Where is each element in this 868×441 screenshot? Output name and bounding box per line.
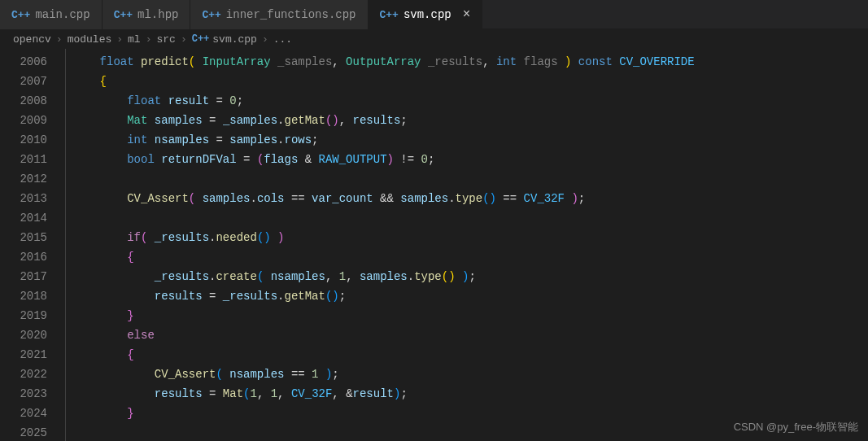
- breadcrumb-file[interactable]: svm.cpp: [212, 33, 257, 46]
- line-number: 2022: [0, 365, 47, 384]
- code-line[interactable]: float result = 0;: [72, 91, 868, 111]
- code-content[interactable]: float predict( InputArray _samples, Outp…: [65, 49, 868, 441]
- tab-main-cpp[interactable]: C++ main.cpp: [0, 0, 103, 29]
- cpp-file-icon: C++: [192, 33, 210, 45]
- code-editor[interactable]: 2006200720082009201020112012201320142015…: [0, 49, 868, 441]
- code-line[interactable]: results = _results.getMat();: [72, 286, 868, 306]
- chevron-right-icon: ›: [56, 33, 63, 46]
- line-number: 2013: [0, 189, 47, 208]
- chevron-right-icon: ›: [262, 33, 268, 46]
- line-number: 2015: [0, 228, 47, 247]
- code-line[interactable]: results = Mat(1, 1, CV_32F, &result);: [72, 384, 868, 404]
- code-line[interactable]: int nsamples = samples.rows;: [72, 130, 868, 150]
- cpp-file-icon: C++: [202, 9, 220, 21]
- line-number-gutter: 2006200720082009201020112012201320142015…: [0, 49, 65, 441]
- code-line[interactable]: if( _results.needed() ): [72, 228, 868, 247]
- tab-ml-hpp[interactable]: C++ ml.hpp: [103, 0, 191, 29]
- line-number: 2012: [0, 169, 47, 189]
- editor-tabs: C++ main.cpp C++ ml.hpp C++ inner_functi…: [0, 0, 868, 29]
- line-number: 2014: [0, 208, 47, 228]
- watermark: CSDN @py_free-物联智能: [734, 420, 858, 434]
- tab-label: main.cpp: [35, 8, 89, 21]
- tab-label: svm.cpp: [403, 8, 451, 21]
- line-number: 2006: [0, 52, 47, 72]
- line-number: 2009: [0, 111, 47, 130]
- code-line[interactable]: [72, 169, 868, 189]
- breadcrumb-part[interactable]: ml: [128, 33, 141, 46]
- line-number: 2011: [0, 150, 47, 169]
- line-number: 2024: [0, 404, 47, 423]
- line-number: 2007: [0, 72, 47, 91]
- cpp-file-icon: C++: [380, 9, 399, 21]
- code-line[interactable]: {: [72, 345, 868, 365]
- breadcrumb[interactable]: opencv › modules › ml › src › C++ svm.cp…: [0, 29, 868, 49]
- line-number: 2018: [0, 286, 47, 306]
- code-line[interactable]: {: [72, 247, 868, 267]
- code-line[interactable]: [72, 208, 868, 228]
- line-number: 2023: [0, 384, 47, 404]
- line-number: 2019: [0, 306, 47, 325]
- code-line[interactable]: {: [72, 72, 868, 91]
- tab-inner-functions-cpp[interactable]: C++ inner_functions.cpp: [190, 0, 368, 29]
- line-number: 2021: [0, 345, 47, 365]
- code-line[interactable]: Mat samples = _samples.getMat(), results…: [72, 111, 868, 130]
- line-number: 2017: [0, 267, 47, 286]
- tab-svm-cpp[interactable]: C++ svm.cpp ×: [369, 0, 483, 29]
- line-number: 2025: [0, 423, 47, 441]
- close-icon[interactable]: ×: [463, 8, 471, 21]
- code-line[interactable]: float predict( InputArray _samples, Outp…: [72, 52, 868, 72]
- breadcrumb-part[interactable]: src: [156, 33, 175, 46]
- code-line[interactable]: else: [72, 325, 868, 345]
- chevron-right-icon: ›: [181, 33, 187, 46]
- tab-label: ml.hpp: [137, 8, 178, 21]
- code-line[interactable]: }: [72, 306, 868, 325]
- code-line[interactable]: CV_Assert( nsamples == 1 );: [72, 365, 868, 384]
- breadcrumb-part[interactable]: opencv: [13, 33, 51, 46]
- chevron-right-icon: ›: [116, 33, 123, 46]
- breadcrumb-part[interactable]: modules: [68, 33, 112, 46]
- breadcrumb-tail[interactable]: ...: [273, 33, 292, 46]
- line-number: 2020: [0, 325, 47, 345]
- code-line[interactable]: bool returnDFVal = (flags & RAW_OUTPUT) …: [72, 150, 868, 169]
- cpp-file-icon: C++: [114, 9, 133, 21]
- line-number: 2016: [0, 247, 47, 267]
- code-line[interactable]: CV_Assert( samples.cols == var_count && …: [72, 189, 868, 208]
- code-line[interactable]: _results.create( nsamples, 1, samples.ty…: [72, 267, 868, 286]
- tab-label: inner_functions.cpp: [226, 8, 356, 21]
- line-number: 2008: [0, 91, 47, 111]
- line-number: 2010: [0, 130, 47, 150]
- chevron-right-icon: ›: [146, 33, 152, 46]
- cpp-file-icon: C++: [11, 9, 30, 21]
